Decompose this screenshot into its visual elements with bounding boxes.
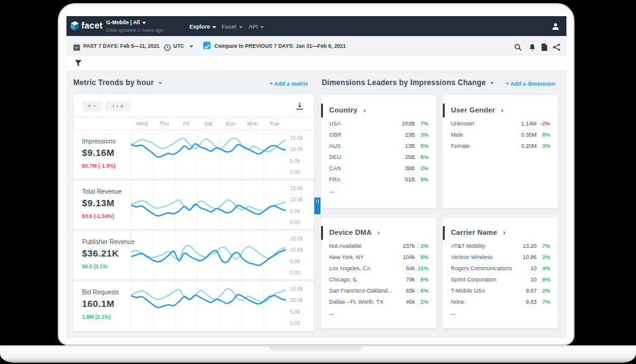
- search-icon[interactable]: [514, 42, 522, 53]
- dimension-value: 25B: [405, 154, 415, 160]
- dimension-value: 1.14M: [521, 121, 537, 127]
- dimension-label: Unknown: [451, 121, 475, 127]
- dimension-card-title[interactable]: Carrier Name ›: [451, 229, 506, 236]
- y-axis-tick: 15.0k: [290, 185, 303, 191]
- dimension-change: 2%: [538, 254, 550, 260]
- dimension-row: FRA51B5%: [329, 176, 429, 184]
- dimension-card-device-dma: Device DMA ›Not Available237k2%New York,…: [321, 217, 436, 328]
- dimension-value: 237k: [402, 243, 415, 249]
- more-rows-ellipsis: ...: [329, 310, 334, 316]
- y-axis-tick: 5.0k: [290, 309, 300, 315]
- dimension-value: 9.67: [525, 288, 537, 294]
- dimension-card-title[interactable]: User Gender ›: [451, 106, 504, 114]
- nav-api[interactable]: API: [248, 24, 264, 30]
- dimension-row: New York, NY104k5%: [329, 254, 429, 262]
- chevron-down-icon: [260, 26, 264, 29]
- share-icon[interactable]: [553, 42, 560, 53]
- y-axis-tick: 10.0k: [290, 247, 303, 253]
- nav-facet[interactable]: Facet: [222, 24, 243, 30]
- add-metric-button[interactable]: + Add a metric: [270, 81, 308, 87]
- data-updated-label: Data updated 2 hours ago: [106, 27, 164, 33]
- metric-delta: $3.6 (-1.04%): [82, 213, 114, 219]
- zoom-buttons[interactable]: + −: [83, 101, 101, 111]
- laptop-notch: [269, 345, 361, 352]
- app-header: facet G-Mobile | All Data updated 2 hour…: [66, 16, 566, 36]
- dimension-change: 5%: [416, 254, 429, 260]
- chevron-down-icon[interactable]: [189, 45, 193, 48]
- dimension-change: 7%: [538, 243, 550, 249]
- compare-label[interactable]: Compare to PREVIOUS 7 DAYS: Jan 31—Feb 6…: [214, 43, 346, 49]
- date-range-label[interactable]: PAST 7 DAYS: Feb 5—11, 2021: [83, 43, 160, 49]
- dimension-value: 13.20: [522, 243, 537, 249]
- dimension-row: Male0.35M8%: [451, 132, 550, 140]
- trend-chart: [131, 281, 286, 330]
- chevron-right-icon: ›: [503, 229, 506, 236]
- dimension-change: 7%: [416, 121, 429, 127]
- chevron-down-icon: [490, 82, 494, 84]
- metric-name: Publisher Revenue: [82, 239, 135, 245]
- dimension-card-title[interactable]: Device DMA ›: [329, 229, 379, 236]
- add-dimension-button[interactable]: + Add a dimension: [506, 81, 555, 87]
- dimension-value: 10: [530, 276, 537, 283]
- dimension-label: CAN: [329, 165, 341, 171]
- dimension-label: Los Angeles, CA: [329, 265, 371, 271]
- card-accent-bar: [443, 104, 445, 117]
- bell-icon[interactable]: [529, 42, 536, 53]
- chevron-right-icon: ›: [377, 229, 379, 236]
- day-label: Fri: [175, 121, 198, 127]
- metric-delta: $0.7M (-1.3%): [82, 163, 116, 169]
- card-accent-bar: [443, 226, 445, 240]
- pan-buttons[interactable]: ‹ › »: [105, 101, 131, 111]
- day-label: Sun: [219, 121, 242, 127]
- dimension-change: 2%: [416, 165, 429, 171]
- dimension-label: AUS: [329, 143, 341, 149]
- metric-value: 160.1M: [82, 298, 114, 309]
- card-accent-bar: [321, 104, 323, 117]
- account-label: G-Mobile | All: [106, 19, 140, 25]
- filter-icon[interactable]: [75, 58, 82, 70]
- dimension-change: 2%: [416, 299, 429, 305]
- metric-row: Bid Requests160.1M1.8M (2.1%)15.0k10.0k5…: [73, 281, 314, 329]
- dimension-row: AUS13B5%: [329, 143, 429, 151]
- metric-row: Impressions$9.16M$0.7M (-1.3%)15.0k10.0k…: [73, 130, 314, 178]
- panel-drag-handle[interactable]: [314, 198, 320, 214]
- document-icon[interactable]: [541, 42, 548, 53]
- calendar-icon: [73, 42, 80, 53]
- chart-controls: + − ‹ › »: [73, 94, 314, 118]
- dashboard-content: Metric Trends by hour + Add a metric Dim…: [66, 70, 566, 338]
- dimensions-title[interactable]: Dimensions Leaders by Impressions Change: [322, 78, 494, 87]
- metric-trends-card: + − ‹ › » WedThuFriSatSunMonTue Impressi…: [73, 94, 314, 331]
- chevron-down-icon: [158, 82, 162, 84]
- compare-checkbox[interactable]: [203, 42, 211, 49]
- dimension-card-user-gender: User Gender ›Unknown1.14M-2%Male0.35M8%F…: [443, 95, 558, 208]
- dimension-row: Rogers Communications104%: [451, 265, 550, 273]
- nav-explore[interactable]: Explore: [189, 24, 216, 30]
- account-switcher[interactable]: G-Mobile | All Data updated 2 hours ago: [106, 19, 164, 33]
- dimension-label: DEU: [329, 154, 341, 160]
- dimension-row: Los Angeles, CA84k11%: [329, 265, 429, 273]
- dimension-value: 79k: [406, 276, 415, 283]
- dimension-label: San Francisco-Oakland...: [329, 288, 393, 294]
- day-label: Sat: [198, 121, 220, 127]
- metric-delta: $0.5 (0.1%: [82, 263, 107, 270]
- metric-trends-title[interactable]: Metric Trends by hour: [73, 78, 162, 87]
- download-icon[interactable]: [296, 101, 304, 112]
- dimension-row: Verizon Wireless10.862%: [451, 254, 550, 262]
- filter-bar: [66, 55, 566, 70]
- dimension-card-title[interactable]: Country ›: [329, 106, 366, 114]
- metric-value: $9.13M: [82, 198, 114, 208]
- dimension-label: Male: [451, 132, 463, 138]
- y-axis-tick: 15.0k: [290, 235, 303, 242]
- dimension-label: T-Mobile USA: [451, 288, 486, 294]
- y-axis-tick: 15.0k: [290, 135, 303, 141]
- dimension-card-country: Country ›USA203B7%GBR23B3%AUS13B5%DEU25B…: [321, 95, 436, 208]
- dimension-label: Sprint Corporation: [451, 276, 496, 283]
- user-icon[interactable]: [552, 22, 560, 33]
- timezone-label[interactable]: UTC: [173, 43, 184, 49]
- metric-name: Total Revenue: [82, 188, 122, 195]
- dimension-label: Rogers Communications: [451, 265, 512, 271]
- dimension-row: Unknown1.14M-2%: [451, 121, 550, 129]
- dimension-value: 51B: [405, 176, 415, 183]
- day-label: Wed: [131, 121, 153, 127]
- dimension-row: Sprint Corporation109%: [451, 276, 550, 284]
